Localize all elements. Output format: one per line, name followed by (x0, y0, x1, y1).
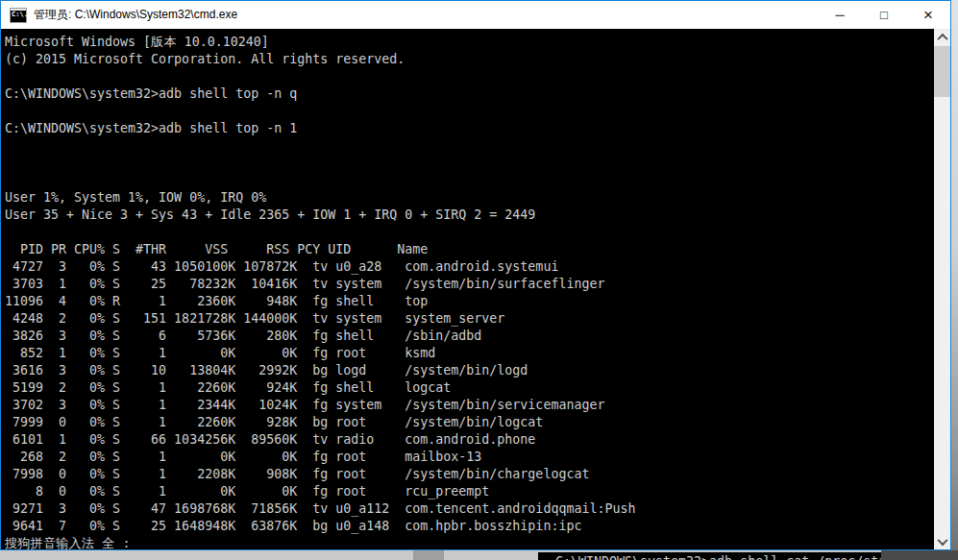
console-line: 3826 3 0% S 6 5736K 280K fg shell /sbin/… (5, 328, 934, 345)
console-line: PID PR CPU% S #THR VSS RSS PCY UID Name (5, 241, 934, 258)
chevron-up-icon (937, 33, 947, 43)
console-line: 852 1 0% S 1 0K 0K fg root ksmd (5, 345, 934, 362)
scrollbar-up-button[interactable] (934, 29, 950, 45)
console-line: 搜狗拼音输入法 全 : (5, 535, 934, 549)
console-line: 3616 3 0% S 10 13804K 2992K bg logd /sys… (5, 362, 934, 379)
minimize-button[interactable]: ─ (818, 1, 862, 29)
cmd-window: C:\. 管理员: C:\Windows\System32\cmd.exe ─ … (0, 0, 951, 550)
titlebar[interactable]: C:\. 管理员: C:\Windows\System32\cmd.exe ─ … (1, 1, 950, 29)
console-line (5, 155, 934, 172)
cmd-icon: C:\. (10, 8, 27, 23)
console-line (5, 224, 934, 241)
console-line: 5199 2 0% S 1 2260K 924K fg shell logcat (5, 379, 934, 397)
background-terminal-window[interactable]: C:\WINDOWS\system32>adb shell cat /proc/… (538, 552, 881, 560)
console-line: User 1%, System 1%, IOW 0%, IRQ 0% (5, 189, 934, 207)
console-line: 3702 3 0% S 1 2344K 1024K fg system /sys… (5, 397, 934, 414)
scrollbar-down-button[interactable] (934, 533, 950, 549)
console-line: C:\WINDOWS\system32>adb shell top -n 1 (5, 120, 934, 137)
console-line (5, 68, 934, 85)
console-line: 9641 7 0% S 25 1648948K 63876K bg u0_a14… (5, 518, 934, 535)
console-line: 7998 0 0% S 1 2208K 908K fg root /system… (5, 466, 934, 483)
console-line: 4248 2 0% S 151 1821728K 144000K tv syst… (5, 310, 934, 328)
maximize-button[interactable]: □ (862, 1, 906, 29)
background-window-bottom-edge (881, 550, 958, 560)
console-line: 3703 1 0% S 25 78232K 10416K tv system /… (5, 276, 934, 293)
console-line: 6101 1 0% S 66 1034256K 89560K tv radio … (5, 431, 934, 449)
console-line: 11096 4 0% R 1 2360K 948K fg shell top (5, 293, 934, 310)
console-line: Microsoft Windows [版本 10.0.10240] (5, 34, 934, 51)
console-line: User 35 + Nice 3 + Sys 43 + Idle 2365 + … (5, 207, 934, 224)
background-window-right-edge (951, 0, 958, 560)
console-line (5, 103, 934, 120)
console-line: 9271 3 0% S 47 1698768K 71856K tv u0_a11… (5, 500, 934, 518)
close-button[interactable]: × (906, 1, 950, 29)
console-line: 268 2 0% S 1 0K 0K fg root mailbox-13 (5, 449, 934, 466)
scrollbar[interactable] (934, 29, 950, 549)
console-line: 8 0 0% S 1 0K 0K fg root rcu_preempt (5, 483, 934, 500)
window-controls: ─ □ × (818, 1, 950, 29)
console-line (5, 137, 934, 155)
background-terminal-partial-line: C:\WINDOWS\system32>adb shell cat /proc/… (555, 553, 881, 560)
console-line (5, 172, 934, 189)
scrollbar-thumb[interactable] (934, 46, 950, 97)
console-line: 4727 3 0% S 43 1050100K 107872K tv u0_a2… (5, 258, 934, 276)
background-desktop-band (413, 550, 444, 560)
console-line: C:\WINDOWS\system32>adb shell top -n q (5, 85, 934, 103)
cmd-icon-glyph: C:\. (12, 12, 28, 18)
console-line: 7999 0 0% S 1 2260K 928K bg root /system… (5, 414, 934, 431)
window-title: 管理员: C:\Windows\System32\cmd.exe (34, 7, 237, 23)
chevron-down-icon (937, 534, 947, 545)
console-output[interactable]: Microsoft Windows [版本 10.0.10240](c) 201… (1, 29, 934, 549)
console-line: (c) 2015 Microsoft Corporation. All righ… (5, 51, 934, 68)
